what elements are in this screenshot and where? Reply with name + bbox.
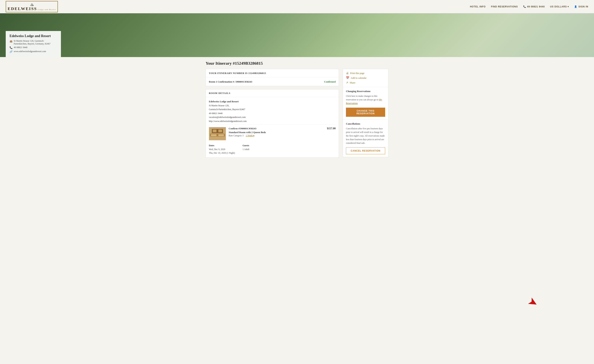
- hero-section: Edelweiss Lodge and Resort 🏨 St Martin S…: [0, 13, 594, 57]
- main-nav: HOTEL INFO FIND RESERVATIONS 📞 49 08821 …: [470, 5, 588, 8]
- room-hotel-email: vacation@edelweisslodgeandresort.com: [209, 115, 336, 119]
- link-icon: 🔗: [9, 50, 13, 53]
- print-label: Print this page: [350, 72, 364, 75]
- room-hotel-website: http://www.edelweisslodgeandresort.com: [209, 119, 336, 123]
- changing-title: Changing Reservations: [346, 90, 385, 93]
- change-reservation-button[interactable]: CHANGE THIS RESERVATION: [346, 108, 385, 117]
- calendar-icon: 📅: [346, 76, 349, 79]
- room-confirm-num: Confirm #59008SC058243: [229, 127, 324, 130]
- content-layout: YOUR ITINERARY NUMBER IS 15249B3286815 R…: [206, 69, 388, 158]
- find-reservations-nav[interactable]: FIND RESERVATIONS: [491, 5, 518, 8]
- rate-category-text: Rate Category 3: [229, 134, 243, 137]
- nights-link[interactable]: 1 Night ▾: [246, 134, 254, 137]
- room-image: [209, 127, 226, 140]
- guests-value: 1 Adult: [243, 148, 250, 151]
- right-panel: 🖨 Print this page 📅 Add to calendar ↗ Sh…: [343, 69, 388, 157]
- page-title: Your Itinerary #15249B3286815: [206, 61, 388, 66]
- chevron-down-icon: ▾: [567, 5, 569, 8]
- svg-rect-6: [218, 130, 222, 132]
- main-content: Your Itinerary #15249B3286815 YOUR ITINE…: [202, 57, 392, 162]
- building-icon: 🏨: [9, 40, 13, 43]
- print-link[interactable]: 🖨 Print this page: [346, 72, 385, 75]
- room-hotel-address1: St Martin Strasse 120,: [209, 104, 336, 107]
- logo-box: ⛰️ EDELWEISS Lodge and Resort: [6, 1, 58, 12]
- hero-background: [0, 13, 594, 57]
- changing-text: Click here to make changes to this reser…: [346, 94, 385, 105]
- share-icon: ↗: [346, 81, 348, 84]
- hotel-overlay-address-row: 🏨 St Martin Strasse 120, Garmisch-Parten…: [9, 39, 57, 45]
- guests-label: Guests: [243, 144, 250, 147]
- phone-icon: 📞: [523, 5, 526, 8]
- svg-rect-5: [213, 130, 217, 132]
- printer-icon: 🖨: [346, 72, 349, 75]
- hotel-overlay-website-row: 🔗 www.edelweisslodgeandresort.com: [9, 50, 57, 53]
- confirmation-text: Room 1 Confirmation #: 59008SC058243: [209, 80, 252, 83]
- date-checkout: Thu, Dec 10, 2020 (1 Night): [209, 151, 235, 155]
- share-link[interactable]: ↗ Share: [346, 81, 385, 84]
- dates-label: Dates: [209, 144, 235, 147]
- cancellation-section: Cancellations Cancellation after five pm…: [343, 120, 388, 157]
- currency-selector[interactable]: US DOLLARS ▾: [550, 5, 569, 8]
- currency-label: US DOLLARS: [550, 5, 567, 8]
- sign-in-label: SIGN IN: [578, 5, 588, 8]
- calendar-label: Add to calendar: [351, 77, 366, 79]
- hotel-info-nav[interactable]: HOTEL INFO: [470, 5, 486, 8]
- changing-text-part: Click here to make changes to this reser…: [346, 95, 378, 101]
- date-checkin: Wed, Dec 9, 2020: [209, 148, 235, 151]
- hotel-overlay-website: www.edelweisslodgeandresort.com: [14, 50, 46, 53]
- phone-nav: 📞 49 08821 9440: [523, 5, 545, 8]
- cancel-reservation-button[interactable]: CANCEL RESERVATION: [346, 147, 385, 154]
- hotel-overlay: Edelweiss Lodge and Resort 🏨 St Martin S…: [6, 31, 61, 57]
- logo-name: EDELWEISS: [8, 6, 37, 11]
- confirmation-row: Room 1 Confirmation #: 59008SC058243 Con…: [206, 78, 339, 86]
- dates-guests-row: Dates Wed, Dec 9, 2020 Thu, Dec 10, 2020…: [206, 143, 339, 157]
- room-hotel-info: Edelweiss Lodge and Resort St Martin Str…: [206, 97, 339, 124]
- right-actions: 🖨 Print this page 📅 Add to calendar ↗ Sh…: [343, 69, 388, 157]
- itinerary-number: YOUR ITINERARY NUMBER IS 15249B3286815: [209, 72, 266, 75]
- calendar-link[interactable]: 📅 Add to calendar: [346, 76, 385, 79]
- hotel-overlay-name: Edelweiss Lodge and Resort: [9, 34, 57, 38]
- svg-rect-2: [211, 134, 216, 136]
- hotel-overlay-phone-row: 📞 49 08821 9440: [9, 46, 57, 49]
- itinerary-box: YOUR ITINERARY NUMBER IS 15249B3286815 R…: [206, 69, 339, 86]
- room-details-header: ROOM DETAILS: [206, 89, 339, 97]
- svg-rect-3: [218, 134, 224, 136]
- status-badge: Confirmed: [324, 80, 336, 83]
- logo-sub: Lodge and Resort: [38, 9, 56, 10]
- cancellations-title: Cancellations: [346, 122, 385, 125]
- left-panel: YOUR ITINERARY NUMBER IS 15249B3286815 R…: [206, 69, 339, 158]
- room-price: $157.00: [327, 127, 336, 130]
- dates-column: Dates Wed, Dec 9, 2020 Thu, Dec 10, 2020…: [209, 144, 235, 155]
- share-label: Share: [350, 81, 355, 84]
- hotel-overlay-phone: 49 08821 9440: [14, 46, 27, 49]
- logo-area[interactable]: ⛰️ EDELWEISS Lodge and Resort: [6, 1, 58, 12]
- room-hotel-phone: 49 08821 9440: [209, 111, 336, 115]
- share-actions-section: 🖨 Print this page 📅 Add to calendar ↗ Sh…: [343, 69, 388, 87]
- rate-category: Rate Category 3 1 Night ▾: [229, 134, 324, 137]
- room-hotel-address2: Garmisch-Partenkirchen, Bayern 82467: [209, 107, 336, 111]
- cancel-policy-text: Cancellation after five pm fourteen days…: [346, 127, 385, 145]
- nights-text: 1 Night: [246, 134, 253, 137]
- room-details-box: ROOM DETAILS Edelweiss Lodge and Resort …: [206, 89, 339, 158]
- chevron-night-icon: ▾: [253, 134, 254, 137]
- room-type: Standard Room with 2 Queen Beds: [229, 131, 324, 134]
- room-booking-details: Confirm #59008SC058243 Standard Room wit…: [229, 127, 324, 137]
- hotel-overlay-address: St Martin Strasse 120, Garmisch-Partenki…: [14, 39, 57, 45]
- guests-column: Guests 1 Adult: [243, 144, 250, 155]
- site-header: ⛰️ EDELWEISS Lodge and Resort HOTEL INFO…: [0, 0, 594, 13]
- sign-in-button[interactable]: 👤 SIGN IN: [574, 5, 588, 8]
- mountain-icon: ⛰️: [8, 2, 56, 6]
- phone-small-icon: 📞: [9, 46, 13, 49]
- room-hotel-name: Edelweiss Lodge and Resort: [209, 99, 336, 104]
- changing-section: Changing Reservations Click here to make…: [343, 87, 388, 120]
- phone-number: 49 08821 9440: [527, 5, 545, 8]
- room-booking-row: Confirm #59008SC058243 Standard Room wit…: [206, 125, 339, 143]
- user-icon: 👤: [574, 5, 577, 8]
- itinerary-header: YOUR ITINERARY NUMBER IS 15249B3286815: [206, 69, 339, 78]
- change-button-container: CHANGE THIS RESERVATION: [346, 108, 385, 117]
